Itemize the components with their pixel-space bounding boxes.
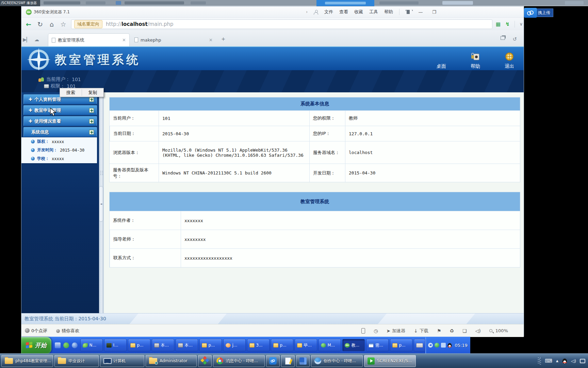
tab-makephp[interactable]: makephp ✕ bbox=[131, 33, 216, 46]
task-button[interactable]: 本... bbox=[176, 339, 198, 351]
nav-desktop[interactable]: 桌面 bbox=[433, 51, 450, 70]
folder-icon bbox=[273, 343, 278, 348]
tray-qq-icon[interactable] bbox=[447, 343, 452, 348]
list-item-dev-date[interactable]: 开发时间： 2015-04-30 bbox=[21, 146, 97, 154]
tray-show-hidden-icon[interactable]: ▲ bbox=[556, 359, 558, 363]
chevron-down-icon[interactable]: ∨ bbox=[520, 21, 523, 27]
tray-antivirus-icon[interactable] bbox=[435, 343, 439, 348]
taskbar-item-screen2exe[interactable]: SCREEN2EXE/S... bbox=[364, 355, 416, 367]
url-text[interactable]: http://localhost/main.php bbox=[106, 21, 174, 27]
task-button[interactable]: N... bbox=[80, 339, 103, 351]
tab-close-icon[interactable]: ✕ bbox=[122, 37, 126, 43]
mobile-icon[interactable] bbox=[361, 328, 365, 334]
guess-you-like-item[interactable]: 猜你喜欢 bbox=[56, 328, 79, 334]
maximize-button[interactable]: ❐ bbox=[430, 10, 438, 15]
taskbar-item-message-center[interactable]: 消息中心 - 哔哩... bbox=[213, 355, 265, 367]
quick-launch-icon[interactable] bbox=[55, 342, 61, 348]
taskbar-item-video-editor[interactable] bbox=[296, 355, 310, 367]
favorite-star-button[interactable]: ☆ bbox=[58, 20, 69, 28]
context-copy-button[interactable]: 复制 bbox=[82, 88, 104, 97]
home-button[interactable]: ⌂ bbox=[46, 20, 58, 28]
tray-grip[interactable] bbox=[538, 357, 541, 365]
task-button[interactable]: p... bbox=[271, 339, 293, 351]
taskbar-item-creation-center[interactable]: 创作中心 - 哔哩... bbox=[311, 355, 363, 367]
input-method-button[interactable] bbox=[414, 339, 425, 351]
flag-icon[interactable]: ⚑ bbox=[437, 328, 441, 334]
tab-list-icon[interactable] bbox=[501, 36, 505, 40]
taskbar-item-computer[interactable]: 计算机 bbox=[100, 355, 144, 367]
expand-plus-icon[interactable]: + bbox=[89, 108, 94, 113]
sidebar-splitter[interactable]: •••••• ◄ bbox=[99, 92, 104, 313]
zoom-control[interactable]: 100% bbox=[489, 328, 508, 333]
task-button[interactable]: p... bbox=[199, 339, 222, 351]
menu-help[interactable]: 帮助 bbox=[384, 9, 393, 15]
expand-plus-icon[interactable]: + bbox=[89, 119, 94, 124]
task-button[interactable]: p... bbox=[128, 339, 150, 351]
quick-launch-360-icon[interactable] bbox=[63, 342, 69, 348]
taskbar-item-notes-app[interactable] bbox=[281, 355, 295, 367]
list-item-copyright[interactable]: 版权： xxxxx bbox=[21, 137, 97, 146]
account-icon[interactable] bbox=[314, 10, 318, 14]
reviews-item[interactable]: 0个点评 bbox=[25, 328, 47, 334]
menu-favorites[interactable]: 收藏 bbox=[354, 9, 363, 15]
expand-plus-icon[interactable]: + bbox=[89, 130, 94, 135]
taskbar-item-php-folder[interactable]: php484教室管理... bbox=[1, 355, 53, 367]
tray-qq-icon[interactable] bbox=[562, 358, 567, 364]
tab-classroom-system[interactable]: 教室管理系统 ✕ bbox=[48, 33, 130, 46]
tray-network-icon[interactable] bbox=[441, 343, 446, 348]
task-button[interactable]: M... bbox=[318, 339, 341, 351]
sidebar-item-usage-view[interactable]: ✚ 使用情况查看 + bbox=[23, 116, 97, 126]
history-clock-icon[interactable]: ◷ bbox=[374, 328, 378, 334]
start-button[interactable]: 开始 bbox=[21, 337, 51, 354]
menu-view[interactable]: 查看 bbox=[339, 9, 348, 15]
context-search-button[interactable]: 搜索 bbox=[60, 88, 82, 97]
speaker-icon[interactable]: ◁) bbox=[475, 328, 481, 334]
nav-logout[interactable]: 退出 bbox=[501, 51, 518, 70]
reload-button[interactable]: ↻ bbox=[34, 20, 46, 28]
tab-close-icon[interactable]: ✕ bbox=[209, 37, 213, 43]
task-button[interactable]: I... bbox=[104, 339, 127, 351]
refresh-circle-icon[interactable]: ♻ bbox=[450, 328, 454, 334]
nav-help[interactable]: 帮助 bbox=[467, 51, 484, 70]
sidebar-collapse-handle[interactable]: ◄ bbox=[99, 186, 103, 222]
taskbar-item-biye-folder[interactable]: 毕业设计 bbox=[54, 355, 99, 367]
url-field[interactable]: 域名重定向 http://localhost/main.php bbox=[71, 19, 492, 29]
tray-collapse-icon[interactable]: ◀ bbox=[428, 343, 433, 348]
splitter-grip[interactable]: •••••• bbox=[100, 171, 102, 176]
skin-icon[interactable] bbox=[406, 10, 411, 14]
quick-launch-ball-icon[interactable] bbox=[72, 342, 78, 348]
menu-tools[interactable]: 工具 bbox=[369, 9, 378, 15]
task-button-active[interactable]: 教... bbox=[342, 339, 365, 351]
download-button[interactable]: ↓下载 bbox=[414, 328, 428, 334]
new-tab-button[interactable]: ＋ bbox=[216, 35, 230, 46]
restore-session-icon[interactable]: ▶▏ bbox=[21, 37, 32, 46]
cloud-upload-button[interactable] bbox=[524, 8, 537, 18]
task-button[interactable]: 毕... bbox=[295, 339, 317, 351]
list-item-school[interactable]: 学校： xxxxx bbox=[21, 154, 97, 163]
back-button[interactable]: ← bbox=[23, 20, 34, 28]
domain-redirect-chip[interactable]: 域名重定向 bbox=[74, 20, 102, 28]
collapse-arrow-icon[interactable]: › bbox=[306, 10, 308, 14]
task-button[interactable]: 3... bbox=[247, 339, 270, 351]
task-button[interactable]: 本... bbox=[152, 339, 174, 351]
task-button[interactable]: p... bbox=[390, 339, 412, 351]
cloud-tabs-icon[interactable]: ☁ bbox=[32, 37, 42, 46]
accelerator-button[interactable]: ➤加速器 bbox=[386, 328, 405, 334]
window-mode-icon[interactable]: ❏ bbox=[462, 328, 467, 334]
reopen-closed-tab-icon[interactable]: ↺ bbox=[512, 36, 517, 42]
sidebar-item-classroom-apply[interactable]: ✚ 教室申请管理 + bbox=[23, 105, 97, 115]
taskbar-item-administrator[interactable]: Administrator bbox=[146, 355, 197, 367]
qr-code-icon[interactable]: ▦ bbox=[496, 21, 501, 27]
tray-keyboard-icon[interactable]: ⌨ bbox=[545, 358, 552, 364]
sidebar-item-system-info[interactable]: 系统信息 + bbox=[23, 127, 97, 137]
tray-volume-icon[interactable]: ◁) bbox=[571, 358, 576, 364]
minimize-button[interactable]: — bbox=[417, 10, 424, 15]
taskbar-item-diamond-app[interactable] bbox=[198, 355, 212, 367]
taskbar-item-360cloud[interactable] bbox=[266, 355, 280, 367]
task-button[interactable]: 需... bbox=[366, 339, 389, 351]
tray-network-icon[interactable] bbox=[580, 359, 585, 363]
expand-plus-icon[interactable]: + bbox=[89, 97, 94, 102]
menu-file[interactable]: 文件 bbox=[324, 9, 333, 15]
speed-bolt-icon[interactable]: ↯ bbox=[505, 21, 510, 27]
task-button[interactable]: j... bbox=[223, 339, 246, 351]
